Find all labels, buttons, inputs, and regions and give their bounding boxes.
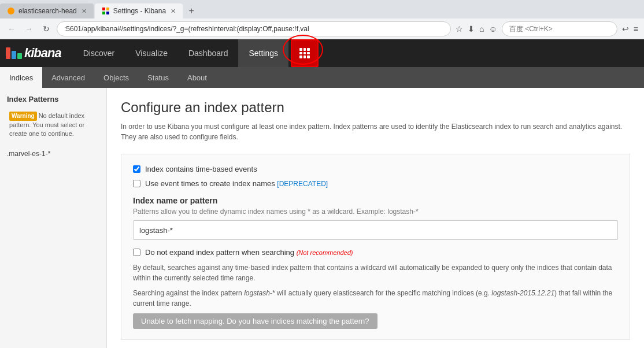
checkbox-event-times[interactable] xyxy=(133,180,140,187)
index-pattern-input[interactable] xyxy=(133,220,618,240)
grid-icon xyxy=(299,48,310,58)
nav-discover[interactable]: Discover xyxy=(73,39,125,67)
nav-visualize[interactable]: Visualize xyxy=(125,39,178,67)
svg-rect-1 xyxy=(102,8,105,10)
content-area: Configure an index pattern In order to u… xyxy=(107,88,644,348)
subnav-about[interactable]: About xyxy=(178,67,216,88)
tab1-label: elasticsearch-head xyxy=(18,7,77,15)
checkbox-event-label[interactable]: Use event times to create index names [D… xyxy=(145,179,328,188)
tab1-icon xyxy=(7,7,15,15)
checkbox-expand[interactable] xyxy=(133,249,140,256)
fetch-mapping-button[interactable]: Unable to fetch mapping. Do you have ind… xyxy=(133,313,377,329)
desc-1: By default, searches against any time-ba… xyxy=(133,262,618,283)
checkbox-time-events[interactable] xyxy=(133,165,140,173)
sub-nav: Indices Advanced Objects Status About xyxy=(0,67,644,88)
app-nav: kibana Discover Visualize Dashboard Sett… xyxy=(0,39,644,67)
sidebar-item-marvel[interactable]: .marvel-es-1-* xyxy=(0,147,106,161)
checkbox-time-row: Index contains time-based events xyxy=(133,165,618,173)
field-hint: Patterns allow you to define dynamic ind… xyxy=(133,208,618,216)
tab2-close[interactable]: ✕ xyxy=(171,8,176,15)
search-bar[interactable] xyxy=(502,21,617,36)
deprecated-label: [DEPRECATED] xyxy=(277,180,328,188)
field-label: Index name or pattern xyxy=(133,196,618,205)
desc-2: Searching against the index pattern logs… xyxy=(133,288,618,309)
svg-point-0 xyxy=(8,8,14,14)
page-title: Configure an index pattern xyxy=(121,99,630,116)
tab-1[interactable]: elasticsearch-head ✕ xyxy=(0,3,94,18)
form-section: Index contains time-based events Use eve… xyxy=(121,154,630,340)
tab1-close[interactable]: ✕ xyxy=(82,8,87,15)
download-icon[interactable]: ⬇ xyxy=(467,23,476,35)
sidebar: Index Patterns WarningNo default index p… xyxy=(0,88,107,348)
page-description: In order to use Kibana you must configur… xyxy=(121,121,630,142)
subnav-advanced[interactable]: Advanced xyxy=(42,67,94,88)
refresh-button[interactable]: ↻ xyxy=(39,22,53,36)
address-bar: ← → ↻ ☆ ⬇ ⌂ ☺ ↩ ≡ xyxy=(0,18,644,39)
nav-dashboard[interactable]: Dashboard xyxy=(178,39,239,67)
home-icon[interactable]: ⌂ xyxy=(478,23,485,35)
emoji-icon[interactable]: ☺ xyxy=(488,23,498,35)
grid-menu-button[interactable] xyxy=(291,39,319,67)
kibana-logo-text: kibana xyxy=(24,46,61,61)
kibana-logo: kibana xyxy=(0,39,73,67)
tab-bar: elasticsearch-head ✕ Settings - Kibana ✕… xyxy=(0,0,644,18)
forward-button[interactable]: → xyxy=(22,22,36,36)
warning-box: WarningNo default index pattern. You mus… xyxy=(5,108,102,142)
checkbox-event-row: Use event times to create index names [D… xyxy=(133,179,618,188)
checkbox-expand-row: Do not expand index pattern when searchi… xyxy=(133,248,618,257)
subnav-indices[interactable]: Indices xyxy=(0,67,42,88)
undo-icon[interactable]: ↩ xyxy=(621,23,630,35)
main-layout: Index Patterns WarningNo default index p… xyxy=(0,88,644,348)
extra-toolbar-icons: ↩ ≡ xyxy=(621,23,639,35)
tab-2[interactable]: Settings - Kibana ✕ xyxy=(95,3,183,18)
not-recommended-label: (Not recommended) xyxy=(297,249,353,256)
tab2-label: Settings - Kibana xyxy=(113,7,166,15)
toolbar-icons: ☆ ⬇ ⌂ ☺ xyxy=(454,23,498,35)
index-pattern-section: Index name or pattern Patterns allow you… xyxy=(133,196,618,240)
back-button[interactable]: ← xyxy=(5,22,18,36)
svg-rect-4 xyxy=(106,12,109,14)
svg-rect-3 xyxy=(102,12,105,14)
kibana-bars-icon xyxy=(6,47,23,59)
bookmark-icon[interactable]: ☆ xyxy=(454,23,464,35)
browser-chrome: elasticsearch-head ✕ Settings - Kibana ✕… xyxy=(0,0,644,39)
nav-items: Discover Visualize Dashboard Settings xyxy=(73,39,319,67)
url-bar[interactable] xyxy=(57,21,451,36)
svg-rect-2 xyxy=(106,8,109,10)
checkbox-expand-label[interactable]: Do not expand index pattern when searchi… xyxy=(145,248,353,257)
sidebar-title: Index Patterns xyxy=(0,95,106,108)
warning-badge: Warning xyxy=(9,112,37,121)
checkbox-time-label[interactable]: Index contains time-based events xyxy=(145,165,257,173)
menu-icon[interactable]: ≡ xyxy=(632,23,639,35)
tab2-icon xyxy=(102,7,110,15)
subnav-status[interactable]: Status xyxy=(138,67,178,88)
subnav-objects[interactable]: Objects xyxy=(94,67,138,88)
nav-settings[interactable]: Settings xyxy=(238,39,288,67)
new-tab-button[interactable]: + xyxy=(184,3,199,18)
